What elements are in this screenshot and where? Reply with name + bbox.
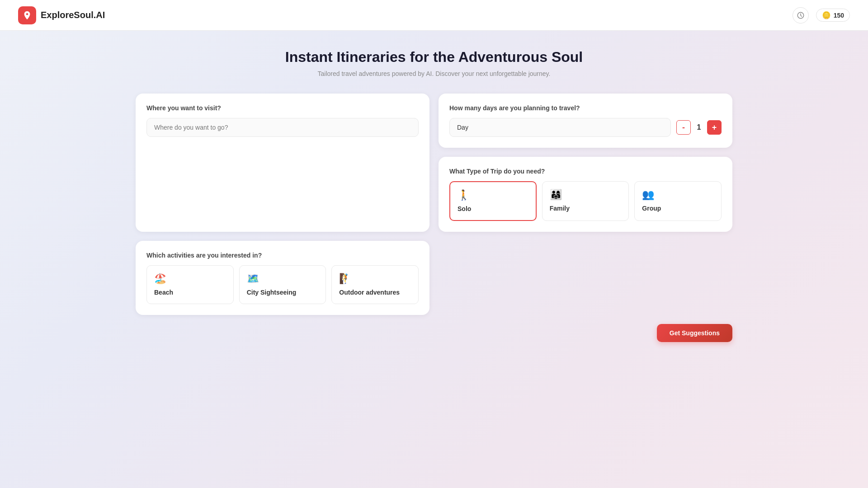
activities-card: Which activities are you interested in? … — [136, 241, 429, 315]
clock-button[interactable] — [793, 7, 809, 23]
form-grid: Where you want to visit? How many days a… — [136, 94, 732, 315]
trip-type-options: 🚶 Solo 👨‍👩‍👧 Family 👥 Group — [449, 181, 722, 221]
main-content: Instant Itineraries for the Adventurous … — [0, 31, 868, 360]
trip-option-family[interactable]: 👨‍👩‍👧 Family — [542, 181, 629, 221]
day-counter-row: - 1 + — [449, 118, 722, 137]
increment-button[interactable]: + — [707, 120, 722, 135]
location-input[interactable] — [146, 118, 419, 137]
location-card: Where you want to visit? — [136, 94, 429, 232]
activities-label: Which activities are you interested in? — [146, 252, 419, 259]
outdoor-adventures-label: Outdoor adventures — [339, 289, 400, 296]
trip-option-group[interactable]: 👥 Group — [634, 181, 722, 221]
city-sightseeing-icon: 🗺️ — [247, 273, 319, 285]
activities-options: 🏖️ Beach 🗺️ City Sightseeing 🧗 Outdoor a… — [146, 265, 419, 304]
outdoor-adventures-icon: 🧗 — [339, 273, 411, 285]
trip-type-card: What Type of Trip do you need? 🚶 Solo 👨‍… — [439, 157, 732, 232]
coins-icon: 🪙 — [822, 11, 831, 19]
trip-type-label: What Type of Trip do you need? — [449, 168, 722, 175]
activity-option-beach[interactable]: 🏖️ Beach — [146, 265, 234, 304]
city-sightseeing-label: City Sightseeing — [247, 289, 297, 296]
activity-option-outdoor-adventures[interactable]: 🧗 Outdoor adventures — [331, 265, 419, 304]
decrement-button[interactable]: - — [676, 120, 691, 135]
day-input[interactable] — [449, 118, 671, 137]
group-icon: 👥 — [642, 189, 714, 201]
hero-subtitle: Tailored travel adventures powered by AI… — [136, 70, 732, 77]
location-label: Where you want to visit? — [146, 104, 419, 112]
get-suggestions-button[interactable]: Get Suggestions — [657, 324, 732, 342]
coins-count: 150 — [834, 12, 844, 19]
family-icon: 👨‍👩‍👧 — [550, 189, 622, 201]
coins-badge[interactable]: 🪙 150 — [816, 9, 850, 22]
solo-icon: 🚶 — [458, 189, 528, 201]
logo-area: ExploreSoul.AI — [18, 6, 105, 24]
header-right: 🪙 150 — [793, 7, 850, 23]
days-card: How many days are you planning to travel… — [439, 94, 732, 148]
trip-option-solo[interactable]: 🚶 Solo — [449, 181, 537, 221]
header: ExploreSoul.AI 🪙 150 — [0, 0, 868, 31]
logo-text: ExploreSoul.AI — [41, 10, 105, 20]
logo-icon — [18, 6, 36, 24]
solo-label: Solo — [458, 205, 471, 212]
counter-controls: - 1 + — [676, 120, 722, 135]
cta-row: Get Suggestions — [136, 324, 732, 342]
family-label: Family — [550, 205, 570, 212]
beach-icon: 🏖️ — [154, 273, 226, 285]
group-label: Group — [642, 205, 661, 212]
activity-option-city-sightseeing[interactable]: 🗺️ City Sightseeing — [239, 265, 326, 304]
hero-title: Instant Itineraries for the Adventurous … — [136, 49, 732, 66]
days-label: How many days are you planning to travel… — [449, 104, 722, 112]
day-count: 1 — [694, 123, 703, 131]
beach-label: Beach — [154, 289, 173, 296]
